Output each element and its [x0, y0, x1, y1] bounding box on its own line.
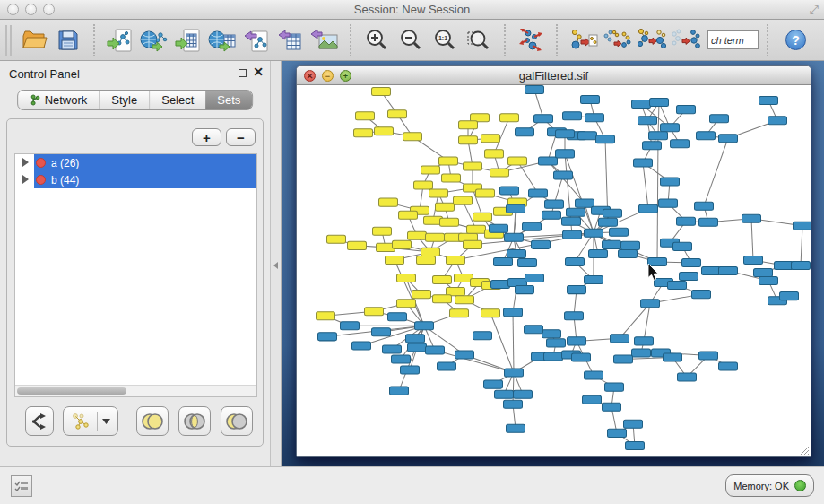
- network-node[interactable]: [327, 235, 346, 243]
- tab-sets[interactable]: Sets: [205, 91, 252, 109]
- network-node[interactable]: [450, 309, 469, 317]
- network-node[interactable]: [481, 135, 500, 143]
- network-node[interactable]: [585, 276, 603, 284]
- network-node[interactable]: [318, 333, 337, 341]
- network-node[interactable]: [677, 106, 696, 114]
- network-node[interactable]: [525, 274, 544, 282]
- network-node[interactable]: [563, 230, 582, 239]
- network-node[interactable]: [455, 296, 474, 304]
- network-node[interactable]: [603, 209, 622, 217]
- network-node[interactable]: [754, 268, 773, 276]
- task-history-button[interactable]: [11, 475, 32, 497]
- network-node[interactable]: [568, 286, 586, 294]
- network-node[interactable]: [792, 261, 811, 269]
- network-node[interactable]: [563, 112, 582, 120]
- network-node[interactable]: [742, 214, 761, 222]
- network-node[interactable]: [393, 240, 412, 248]
- network-node[interactable]: [365, 308, 384, 316]
- map-style-button[interactable]: [634, 23, 668, 57]
- network-node[interactable]: [442, 174, 461, 182]
- set-row-selection[interactable]: a (26): [34, 154, 256, 171]
- network-node[interactable]: [401, 366, 420, 374]
- network-node[interactable]: [494, 257, 513, 265]
- network-node[interactable]: [390, 387, 409, 395]
- network-node[interactable]: [433, 276, 452, 284]
- network-node[interactable]: [403, 133, 422, 141]
- network-node[interactable]: [603, 403, 621, 411]
- zoom-actual-size-button[interactable]: 1:1: [428, 23, 462, 57]
- network-node[interactable]: [399, 211, 418, 219]
- remove-set-button[interactable]: −: [226, 128, 256, 146]
- network-node[interactable]: [611, 335, 629, 343]
- network-node[interactable]: [699, 352, 718, 360]
- network-node[interactable]: [473, 332, 492, 340]
- network-node[interactable]: [408, 343, 427, 352]
- network-node[interactable]: [426, 346, 445, 354]
- network-node[interactable]: [639, 204, 658, 213]
- network-edge[interactable]: [704, 138, 728, 205]
- network-node[interactable]: [507, 249, 526, 257]
- network-node[interactable]: [599, 218, 618, 226]
- network-node[interactable]: [596, 135, 615, 143]
- tab-style[interactable]: Style: [99, 91, 149, 109]
- network-node[interactable]: [397, 300, 416, 308]
- network-node[interactable]: [794, 222, 811, 230]
- copy-network-button[interactable]: [566, 23, 600, 57]
- scrollbar-thumb[interactable]: [17, 387, 126, 395]
- network-node[interactable]: [699, 218, 718, 226]
- network-node[interactable]: [514, 390, 533, 398]
- filter-network-button[interactable]: [668, 23, 702, 57]
- network-node[interactable]: [383, 345, 402, 353]
- network-node[interactable]: [317, 312, 335, 320]
- network-node[interactable]: [372, 328, 391, 336]
- network-node[interactable]: [500, 114, 519, 122]
- network-node[interactable]: [635, 337, 654, 345]
- network-node[interactable]: [678, 373, 697, 381]
- network-node[interactable]: [719, 362, 738, 370]
- network-node[interactable]: [585, 114, 604, 122]
- network-node[interactable]: [632, 100, 651, 109]
- network-node[interactable]: [542, 211, 561, 219]
- save-session-button[interactable]: [51, 23, 85, 57]
- network-node[interactable]: [775, 261, 794, 269]
- network-node[interactable]: [547, 339, 566, 347]
- network-window-titlebar[interactable]: ✕ − + galFiltered.sif: [297, 66, 811, 85]
- network-node[interactable]: [495, 390, 514, 398]
- network-node[interactable]: [484, 380, 503, 388]
- network-node[interactable]: [585, 371, 603, 379]
- network-node[interactable]: [572, 353, 591, 361]
- network-node[interactable]: [661, 124, 680, 132]
- network-node[interactable]: [539, 157, 558, 165]
- network-node[interactable]: [624, 420, 643, 428]
- network-node[interactable]: [392, 355, 411, 363]
- zoom-out-button[interactable]: [394, 23, 428, 57]
- network-node[interactable]: [491, 281, 510, 289]
- network-edge[interactable]: [658, 102, 659, 135]
- network-node[interactable]: [668, 282, 687, 290]
- network-node[interactable]: [507, 204, 525, 213]
- network-node[interactable]: [504, 400, 523, 408]
- split-sets-button[interactable]: [25, 406, 54, 436]
- network-node[interactable]: [464, 240, 482, 248]
- network-edge[interactable]: [513, 312, 514, 372]
- network-node[interactable]: [348, 241, 367, 249]
- union-sets-button[interactable]: [136, 406, 169, 436]
- memory-status-button[interactable]: Memory: OK: [725, 474, 814, 497]
- network-node[interactable]: [649, 132, 668, 140]
- network-node[interactable]: [476, 189, 495, 197]
- network-node[interactable]: [565, 312, 584, 320]
- network-node[interactable]: [650, 99, 669, 107]
- network-node[interactable]: [585, 229, 603, 237]
- network-node[interactable]: [415, 322, 434, 330]
- network-node[interactable]: [459, 136, 478, 144]
- network-node[interactable]: [603, 240, 621, 248]
- help-button[interactable]: ?: [785, 30, 806, 50]
- network-node[interactable]: [408, 231, 427, 239]
- network-node[interactable]: [556, 150, 575, 158]
- zoom-selected-button[interactable]: [462, 23, 496, 57]
- fullscreen-icon[interactable]: ⤢: [810, 3, 819, 17]
- network-node[interactable]: [556, 130, 575, 138]
- network-edge[interactable]: [751, 219, 753, 260]
- open-session-button[interactable]: [17, 23, 51, 57]
- zoom-in-button[interactable]: [360, 23, 394, 57]
